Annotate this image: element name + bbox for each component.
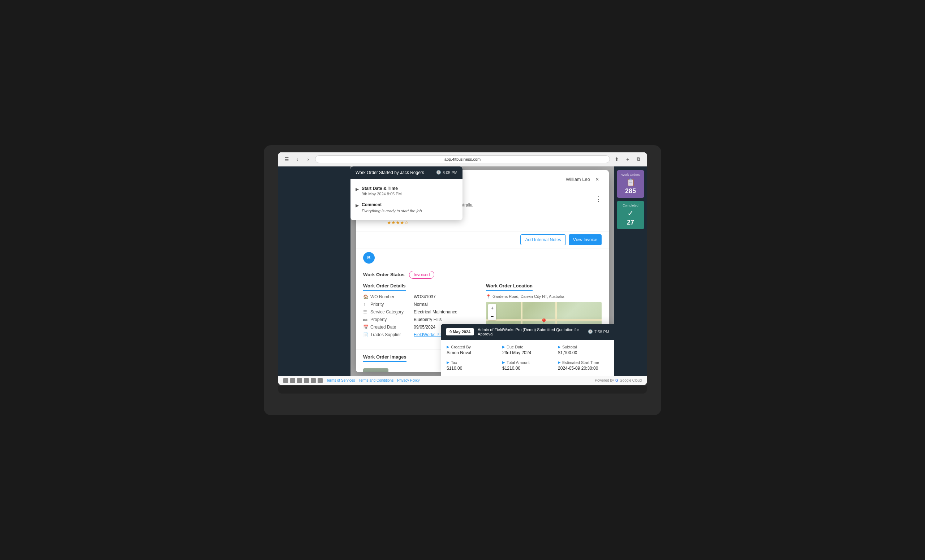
modal-username: William Leo — [566, 177, 590, 182]
linkedin-icon[interactable] — [297, 378, 302, 383]
created-date-icon: 📅 — [363, 324, 371, 330]
contact-actions: ⋮ — [595, 195, 602, 203]
expand-arrow-comment[interactable]: ▶ — [356, 202, 359, 208]
priority-icon: ↑ — [363, 302, 371, 307]
total-amount-value: $1210.00 — [502, 366, 553, 371]
completed-card-label: Completed — [622, 204, 639, 207]
work-orders-card-number: 285 — [625, 188, 636, 195]
activity-card-content: ▶ Created By Simon Noval ▶ Due Date — [441, 340, 614, 376]
notification-time: 8:05 PM — [443, 170, 458, 175]
created-by-value: Simon Noval — [447, 350, 497, 355]
expand-arrow-start-date[interactable]: ▶ — [356, 186, 359, 192]
tax-field: ▶ Tax $110.00 — [447, 360, 497, 371]
work-order-image-1[interactable] — [363, 368, 389, 372]
subtotal-arrow[interactable]: ▶ — [558, 345, 561, 349]
due-date-field: ▶ Due Date 23rd May 2024 — [502, 345, 553, 355]
address-bar[interactable]: app.4ltbusiness.com — [315, 155, 610, 163]
browser-chrome: ☰ ‹ › app.4ltbusiness.com ⬆ + ⧉ — [278, 152, 647, 167]
pinterest-icon[interactable] — [304, 378, 309, 383]
trades-supplier-label: Trades Supplier — [371, 332, 414, 337]
activity-date-badge: 9 May 2024 — [446, 328, 474, 335]
estimated-start-field: ▶ Estimated Start Time 2024-05-09 20:30:… — [558, 360, 609, 371]
tax-label: Tax — [451, 360, 457, 365]
service-category-label: Service Category — [371, 309, 414, 314]
total-amount-label: Total Amount — [506, 360, 530, 365]
tax-arrow[interactable]: ▶ — [447, 360, 449, 364]
terms-link[interactable]: Terms of Services — [326, 378, 355, 382]
image-thumb-inner — [363, 368, 389, 372]
created-by-field: ▶ Created By Simon Noval — [447, 345, 497, 355]
map-pin-icon: 📍 — [486, 294, 491, 299]
service-category-icon: ☰ — [363, 309, 371, 314]
wo-number-label: WO Number — [371, 294, 414, 299]
created-by-arrow[interactable]: ▶ — [447, 345, 449, 349]
right-sidebar: Work Orders 📋 285 Completed ✓ 27 — [614, 167, 647, 376]
due-date-value: 23rd May 2024 — [502, 350, 553, 355]
subtotal-field: ▶ Subtotal $1,100.00 — [558, 345, 609, 355]
created-date-label: Created Date — [371, 324, 414, 330]
forward-button[interactable]: › — [304, 155, 312, 163]
back-button[interactable]: ‹ — [294, 155, 301, 163]
status-badge: Invoiced — [409, 271, 435, 279]
property-icon: 🏘 — [363, 317, 371, 322]
twitter-icon[interactable] — [290, 378, 295, 383]
browser-footer: Terms of Services Terms and Conditions P… — [278, 376, 647, 385]
location-section-title: Work Order Location — [486, 283, 533, 291]
map-zoom-in[interactable]: + — [488, 304, 496, 312]
footer-links: Terms of Services Terms and Conditions P… — [326, 378, 419, 382]
estimated-start-label: Estimated Start Time — [562, 360, 599, 365]
priority-value: Normal — [414, 302, 428, 307]
clock-icon: 🕐 — [436, 170, 441, 175]
property-value: Blueberry Hills — [414, 317, 441, 322]
modal-user: William Leo × — [566, 175, 602, 184]
activity-time: 7:58 PM — [594, 330, 609, 334]
property-row: 🏘 Property Blueberry Hills — [363, 317, 479, 322]
user-avatar-blue: B — [363, 252, 375, 264]
googleplus-icon[interactable] — [311, 378, 316, 383]
tax-value: $110.00 — [447, 366, 497, 371]
modal-close-button[interactable]: × — [593, 175, 602, 184]
start-date-value: 9th May 2024 8:05 PM — [362, 192, 402, 196]
wo-number-value: WO341037 — [414, 294, 436, 299]
service-category-value: Electrical Maintenance — [414, 309, 458, 314]
add-notes-button[interactable]: Add Internal Notes — [520, 234, 565, 245]
work-orders-card[interactable]: Work Orders 📋 285 — [617, 170, 644, 198]
terms-conditions-link[interactable]: Terms and Conditions — [359, 378, 393, 382]
priority-label: Priority — [371, 302, 414, 307]
footer-powered-by: Powered by G Google Cloud — [595, 378, 642, 382]
activity-event: Admin of FieldWorks Pro (Demo) Submitted… — [478, 327, 584, 336]
due-date-label: Due Date — [506, 345, 523, 349]
extensions-button[interactable]: ⧉ — [634, 155, 642, 163]
wo-number-icon: 🏠 — [363, 294, 371, 299]
view-invoice-button[interactable]: View Invoice — [569, 234, 602, 245]
new-tab-button[interactable]: + — [624, 155, 631, 163]
completed-card[interactable]: Completed ✓ 27 — [617, 201, 644, 229]
estimated-start-arrow[interactable]: ▶ — [558, 360, 561, 364]
share-button[interactable]: ⬆ — [613, 155, 621, 163]
wo-number-row: 🏠 WO Number WO341037 — [363, 294, 479, 299]
status-section-label: Work Order Status — [363, 272, 405, 277]
work-orders-card-icon: 📋 — [626, 178, 635, 187]
facebook-icon[interactable] — [283, 378, 288, 383]
privacy-link[interactable]: Privacy Policy — [397, 378, 419, 382]
total-amount-field: ▶ Total Amount $1210.00 — [502, 360, 553, 371]
map-zoom-controls: + − — [488, 304, 496, 320]
total-amount-arrow[interactable]: ▶ — [502, 360, 505, 364]
more-options-icon[interactable]: ⋮ — [595, 195, 602, 203]
social-icons — [283, 378, 323, 383]
work-orders-card-label: Work Orders — [622, 173, 640, 177]
youtube-icon[interactable] — [318, 378, 323, 383]
property-label: Property — [371, 317, 414, 322]
service-category-row: ☰ Service Category Electrical Maintenanc… — [363, 309, 479, 314]
activity-details-grid: ▶ Created By Simon Noval ▶ Due Date — [447, 345, 609, 371]
activity-card: 9 May 2024 Admin of FieldWorks Pro (Demo… — [441, 324, 614, 376]
map-zoom-out[interactable]: − — [488, 312, 496, 320]
subtotal-value: $1,100.00 — [558, 350, 609, 355]
notification-title: Work Order Started by Jack Rogers — [356, 170, 424, 175]
details-section-title: Work Order Details — [363, 283, 406, 291]
priority-row: ↑ Priority Normal — [363, 302, 479, 307]
sidebar-toggle[interactable]: ☰ — [283, 155, 291, 163]
due-date-arrow[interactable]: ▶ — [502, 345, 505, 349]
activity-clock-icon: 🕐 — [588, 329, 593, 334]
subtotal-label: Subtotal — [562, 345, 577, 349]
